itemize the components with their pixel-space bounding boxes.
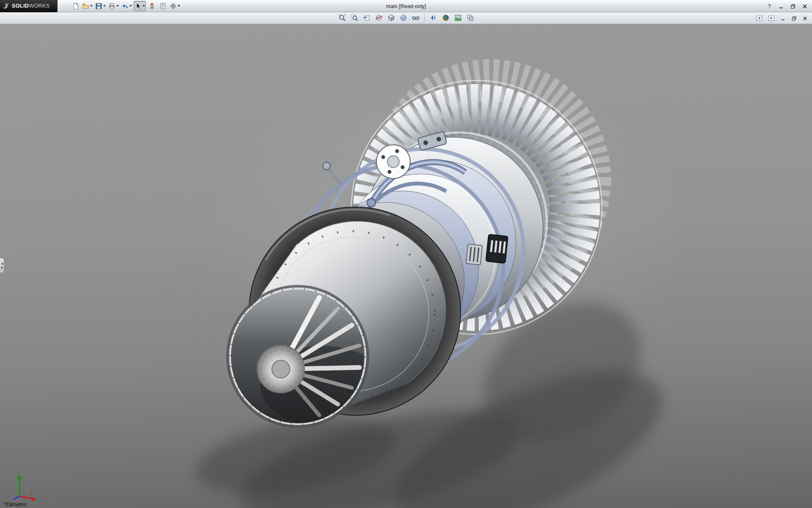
rebuild-stoplight-icon	[148, 3, 156, 10]
view-settings-icon	[466, 14, 474, 22]
triad-z-axis	[14, 496, 19, 500]
document-window-controls	[754, 13, 809, 23]
display-settings-button[interactable]	[428, 13, 439, 23]
display-style-button[interactable]	[398, 13, 409, 23]
edit-appearance-button[interactable]	[440, 13, 451, 23]
doc-minimize-icon	[781, 16, 785, 21]
graphics-viewport[interactable]: x *Dimetric	[0, 24, 812, 508]
panel-arrow-right-icon	[768, 15, 775, 22]
print-icon	[108, 3, 115, 10]
previous-view-icon	[363, 14, 370, 22]
save-floppy-icon	[95, 3, 102, 10]
brand-light: WORKS	[29, 3, 49, 9]
help-glyph: ?	[768, 3, 771, 9]
brand-text: SOLIDWORKS	[12, 3, 49, 9]
print-dropdown-caret[interactable]	[116, 5, 119, 7]
heads-up-view-toolbar	[0, 12, 812, 24]
view-orientation-label: *Dimetric	[4, 501, 27, 508]
panel-arrow-left-icon	[756, 15, 763, 22]
panel-arrow-left-button[interactable]	[754, 13, 764, 23]
zoom-to-fit-icon	[338, 14, 346, 22]
help-button[interactable]: ?	[765, 2, 774, 11]
zoom-to-area-button[interactable]	[349, 13, 359, 23]
restore-button[interactable]	[788, 2, 798, 11]
window-controls: ?	[765, 0, 809, 12]
save-button[interactable]	[94, 1, 107, 11]
hide-show-glasses-icon	[412, 14, 420, 22]
select-cursor-icon	[134, 3, 142, 10]
select-dropdown-caret[interactable]	[143, 5, 145, 7]
apply-scene-button[interactable]	[453, 13, 463, 23]
section-view-icon	[375, 14, 383, 22]
titlebar: SOLIDWORKS	[0, 0, 812, 12]
doc-minimize-button[interactable]	[778, 14, 787, 22]
splitter-arrow-right-icon	[1, 266, 3, 269]
print-button[interactable]	[107, 1, 120, 11]
open-button[interactable]	[81, 1, 93, 11]
solidworks-logo: SOLIDWORKS	[0, 0, 58, 12]
undo-dropdown-caret[interactable]	[129, 5, 132, 7]
zoom-to-fit-button[interactable]	[337, 13, 347, 23]
panel-arrow-right-button[interactable]	[766, 13, 776, 23]
undo-button[interactable]	[121, 1, 133, 11]
zoom-to-area-icon	[351, 14, 358, 22]
select-button[interactable]	[134, 1, 146, 11]
restore-icon	[790, 4, 796, 9]
open-folder-icon	[82, 3, 89, 10]
doc-close-button[interactable]	[800, 14, 809, 22]
section-view-button[interactable]	[373, 13, 384, 23]
reference-triad: x	[7, 472, 41, 501]
view-orientation-button[interactable]	[386, 13, 396, 23]
open-dropdown-caret[interactable]	[90, 5, 93, 7]
apply-scene-icon	[454, 14, 462, 22]
panel-splitter-handle[interactable]	[0, 258, 4, 273]
new-document-icon	[72, 3, 79, 10]
splitter-arrow-left-icon	[1, 262, 3, 265]
save-dropdown-caret[interactable]	[103, 5, 106, 7]
display-style-icon	[400, 14, 407, 22]
triad-y-axis	[17, 474, 22, 479]
options-dropdown-caret[interactable]	[178, 5, 180, 7]
minimize-button[interactable]	[776, 2, 786, 11]
brand-bold: SOLID	[12, 3, 29, 9]
options-gear-icon	[170, 3, 177, 10]
view-settings-button[interactable]	[465, 13, 475, 23]
view-orientation-cube-icon	[387, 14, 395, 22]
triad-x-label: x	[30, 490, 33, 495]
doc-restore-button[interactable]	[789, 14, 798, 22]
engine-3d-model[interactable]	[0, 24, 812, 508]
file-properties-icon	[159, 3, 167, 10]
options-button[interactable]	[169, 1, 181, 11]
file-properties-button[interactable]	[158, 1, 168, 11]
close-icon	[802, 4, 807, 9]
standard-toolbar	[70, 1, 181, 11]
solidworks-logo-mark	[3, 2, 10, 10]
display-settings-icon	[430, 14, 437, 22]
undo-arrow-icon	[121, 3, 129, 10]
rebuild-button[interactable]	[147, 1, 157, 11]
doc-restore-icon	[792, 16, 796, 21]
edit-appearance-sphere-icon	[442, 14, 450, 22]
window-title: main [Read-only]	[386, 0, 426, 12]
view-tools	[337, 13, 475, 23]
doc-close-icon	[803, 16, 807, 21]
triad-x-axis	[32, 497, 36, 501]
previous-view-button[interactable]	[361, 13, 372, 23]
close-button[interactable]	[800, 2, 809, 11]
toolbar-separator	[424, 14, 425, 22]
new-document-button[interactable]	[70, 1, 80, 11]
hide-show-items-button[interactable]	[410, 13, 421, 23]
minimize-icon	[779, 4, 784, 9]
